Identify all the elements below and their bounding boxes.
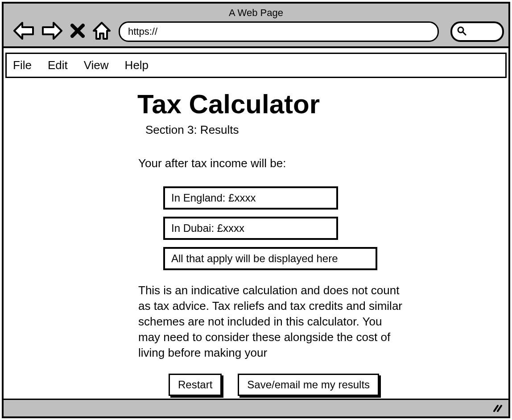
stop-x-icon[interactable] — [70, 24, 85, 40]
resize-handle-icon[interactable] — [493, 404, 504, 415]
menu-item-help[interactable]: Help — [125, 58, 149, 72]
results-list: In England: £xxxx In Dubai: £xxxx All th… — [163, 186, 508, 270]
restart-button[interactable]: Restart — [169, 374, 222, 396]
menu-item-view[interactable]: View — [84, 58, 109, 72]
search-icon — [457, 26, 467, 37]
search-pill[interactable] — [450, 21, 504, 42]
menu-bar: File Edit View Help — [5, 53, 507, 78]
menu-item-edit[interactable]: Edit — [48, 58, 68, 72]
home-icon[interactable] — [93, 22, 111, 41]
page-title: Tax Calculator — [137, 89, 508, 119]
save-email-button[interactable]: Save/email me my results — [238, 374, 379, 396]
url-text: https:// — [128, 26, 157, 37]
back-arrow-icon[interactable] — [13, 22, 34, 41]
action-row: Restart Save/email me my results — [169, 374, 379, 396]
section-label: Section 3: Results — [145, 123, 508, 137]
result-dubai: In Dubai: £xxxx — [163, 217, 338, 240]
browser-toolbar: https:// — [8, 21, 504, 42]
disclaimer-text: This is an indicative calculation and do… — [138, 283, 402, 361]
forward-arrow-icon[interactable] — [42, 22, 62, 41]
content-area: Tax Calculator Section 3: Results Your a… — [4, 78, 508, 399]
menu-item-file[interactable]: File — [13, 58, 32, 72]
status-bar — [4, 399, 508, 416]
nav-icons — [8, 22, 111, 41]
browser-chrome: A Web Page https:// — [4, 4, 508, 48]
browser-window: A Web Page https:// — [2, 2, 510, 418]
result-england: In England: £xxxx — [163, 186, 338, 210]
result-note: All that apply will be displayed here — [163, 247, 377, 270]
results-intro: Your after tax income will be: — [138, 156, 508, 170]
url-bar[interactable]: https:// — [119, 21, 439, 42]
browser-title: A Web Page — [8, 6, 504, 21]
app-body: File Edit View Help Tax Calculator Secti… — [4, 48, 508, 416]
